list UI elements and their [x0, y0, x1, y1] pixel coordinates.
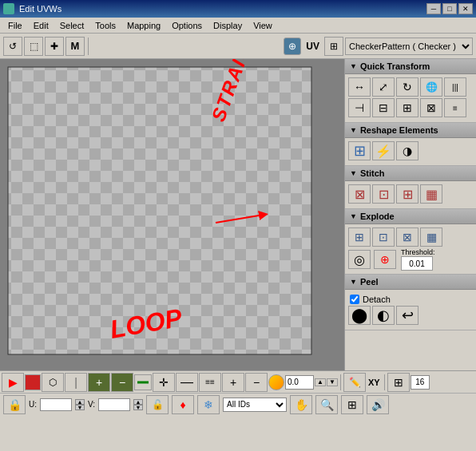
toolbar-rotate-icon[interactable]: ↺ [3, 37, 22, 56]
menu-select[interactable]: Select [55, 19, 89, 32]
speaker-btn[interactable]: 🔊 [367, 395, 389, 414]
grid-value-input[interactable]: 16 [411, 375, 430, 390]
re-lightning-btn[interactable]: ⚡ [372, 141, 395, 160]
value-spinner-down[interactable]: ▼ [327, 378, 338, 386]
peel-btn-2[interactable]: ◐ [372, 306, 395, 325]
quick-transform-header[interactable]: ▼ Quick Transform [345, 59, 476, 74]
explode-btn-4[interactable]: ▦ [420, 227, 442, 247]
hand-btn[interactable]: ✋ [290, 395, 312, 414]
bt-green-line-btn[interactable] [134, 374, 152, 390]
diamond-btn[interactable]: ♦ [172, 395, 194, 414]
magnifier-btn[interactable]: 🔍 [315, 395, 338, 414]
u-spin-up[interactable]: ▲ [75, 399, 85, 405]
toolbar-grid-icon[interactable]: ⊞ [324, 37, 343, 56]
qt-rotate-btn[interactable]: ↻ [396, 77, 418, 97]
bt-pencil-btn[interactable]: ✏️ [343, 373, 366, 392]
bt-grid-icon[interactable]: ⊞ [387, 373, 410, 392]
peel-header[interactable]: ▼ Peel [345, 275, 476, 290]
menu-mapping[interactable]: Mapping [122, 19, 165, 32]
collapse-arrow-peel: ▼ [350, 278, 357, 286]
toolbar-select-icon[interactable]: ⬚ [24, 37, 43, 56]
qt-align-left-btn[interactable]: ⊣ [348, 98, 371, 117]
bt-pipe-btn[interactable]: | [65, 373, 87, 392]
status-icon-1[interactable]: 🔒 [3, 395, 26, 414]
qt-distribute-btn[interactable]: ⊞ [396, 98, 418, 117]
peel-btn-1[interactable]: ⬤ [348, 306, 371, 325]
bt-red-square-btn[interactable] [25, 374, 41, 390]
reshape-elements-label: Reshape Elements [360, 125, 438, 135]
qt-space-btn[interactable]: ⊠ [420, 98, 442, 117]
stitch-btn-2[interactable]: ⊡ [372, 184, 395, 204]
menu-options[interactable]: Options [167, 19, 207, 32]
v-spin-down[interactable]: ▼ [133, 405, 143, 410]
stitch-btn-4[interactable]: ▦ [420, 184, 442, 204]
close-button[interactable]: ✕ [458, 3, 473, 14]
menu-display[interactable]: Display [208, 19, 247, 32]
toolbar-separator-1 [88, 38, 89, 55]
threshold-label: Threshold: [401, 248, 435, 256]
explode-btn-3[interactable]: ⊠ [396, 227, 418, 247]
re-grid-btn[interactable]: ⊞ [348, 141, 371, 160]
explode-body: ⊞ ⊡ ⊠ ▦ ◎ ⊕ Threshold: 0.01 [345, 224, 476, 274]
stitch-header[interactable]: ▼ Stitch [345, 166, 476, 181]
v-spin-up[interactable]: ▲ [133, 399, 143, 405]
qt-move-h-btn[interactable]: ↔ [348, 77, 371, 97]
weld-circle-btn[interactable]: ◎ [348, 250, 371, 269]
menu-view[interactable]: View [248, 19, 277, 32]
checker-pattern-dropdown[interactable]: CheckerPattern ( Checker ) [345, 38, 473, 55]
threshold-input[interactable]: 0.01 [401, 256, 433, 271]
stitch-btn-3[interactable]: ⊞ [396, 184, 418, 204]
titlebar-controls[interactable]: ─ □ ✕ [426, 3, 473, 14]
re-row-1: ⊞ ⚡ ◑ [348, 141, 473, 160]
value-spinner-up[interactable]: ▲ [315, 378, 326, 386]
uv-canvas-area[interactable]: STRAIGHTEN LOOP UV [0, 59, 344, 370]
all-ids-dropdown[interactable]: All IDs [223, 398, 287, 412]
weld-target-btn[interactable]: ⊕ [374, 250, 396, 269]
bt-crosshair-btn[interactable]: ✛ [153, 373, 175, 392]
toolbar-plus-icon[interactable]: ✚ [45, 37, 64, 56]
minimize-button[interactable]: ─ [426, 3, 441, 14]
detach-checkbox[interactable] [350, 295, 359, 304]
re-shape-btn[interactable]: ◑ [396, 141, 418, 160]
reshape-elements-header[interactable]: ▼ Reshape Elements [345, 123, 476, 138]
u-input[interactable] [40, 398, 72, 411]
stitch-btn-1[interactable]: ⊠ [348, 184, 371, 204]
peel-btn-3[interactable]: ↩ [396, 306, 418, 325]
lock-btn[interactable]: 🔓 [146, 395, 169, 414]
qt-flip-btn[interactable]: ⤢ [372, 77, 395, 97]
uv-label: UV [306, 41, 319, 52]
explode-header[interactable]: ▼ Explode [345, 209, 476, 224]
menu-edit[interactable]: Edit [29, 19, 54, 32]
checker-grid [0, 59, 344, 370]
bt-add-btn[interactable]: + [88, 373, 110, 392]
u-spin-down[interactable]: ▼ [75, 405, 85, 410]
explode-btn-2[interactable]: ⊡ [372, 227, 395, 247]
expand-btn[interactable]: ⊞ [341, 395, 363, 414]
maximize-button[interactable]: □ [442, 3, 457, 14]
bt-circle-btn[interactable] [268, 374, 284, 390]
bt-cube-btn[interactable]: ⬡ [42, 373, 64, 392]
bt-minus-btn[interactable]: − [111, 373, 133, 392]
bt-dash-btn[interactable]: — [176, 373, 198, 392]
qt-align-btn[interactable]: ⊟ [372, 98, 395, 117]
bt-arrow-btn[interactable]: ▶ [2, 373, 24, 392]
stitch-body: ⊠ ⊡ ⊞ ▦ [345, 181, 476, 208]
bt-separator-2 [384, 374, 385, 390]
toolbar-checker-icon[interactable]: ⊕ [284, 38, 301, 55]
bt-minus2-btn[interactable]: − [245, 373, 268, 392]
menu-file[interactable]: File [3, 19, 27, 32]
toolbar-m-icon[interactable]: M [65, 37, 85, 56]
bt-plus-btn[interactable]: + [222, 373, 244, 392]
qt-lines-h-btn[interactable]: ≡ [444, 98, 466, 117]
right-panel: ▼ Quick Transform ↔ ⤢ ↻ 🌐 ||| ⊣ ⊟ ⊞ ⊠ ≡ [344, 59, 476, 370]
v-input[interactable] [98, 398, 130, 411]
menu-tools[interactable]: Tools [90, 19, 121, 32]
qt-globe-btn[interactable]: 🌐 [420, 77, 442, 97]
explode-row-1: ⊞ ⊡ ⊠ ▦ [348, 227, 473, 247]
reshape-elements-body: ⊞ ⚡ ◑ [345, 138, 476, 165]
qt-lines-v-btn[interactable]: ||| [444, 77, 466, 97]
snowflake-btn[interactable]: ❄ [197, 395, 220, 414]
bt-lines-btn[interactable]: ≡≡ [199, 373, 221, 392]
value-input[interactable] [285, 375, 314, 390]
explode-btn-1[interactable]: ⊞ [348, 227, 371, 247]
